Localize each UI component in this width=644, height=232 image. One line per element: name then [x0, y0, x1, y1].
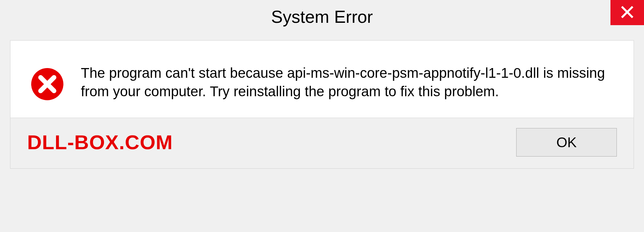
error-icon [31, 67, 64, 101]
footer-panel: DLL-BOX.COM OK [10, 118, 634, 169]
ok-button[interactable]: OK [516, 128, 617, 157]
content-panel: The program can't start because api-ms-w… [10, 40, 634, 118]
error-message: The program can't start because api-ms-w… [81, 64, 613, 101]
watermark-text: DLL-BOX.COM [27, 131, 173, 154]
close-button[interactable] [610, 0, 644, 25]
window-title: System Error [271, 7, 373, 27]
titlebar: System Error [0, 0, 644, 34]
close-icon [621, 5, 634, 20]
